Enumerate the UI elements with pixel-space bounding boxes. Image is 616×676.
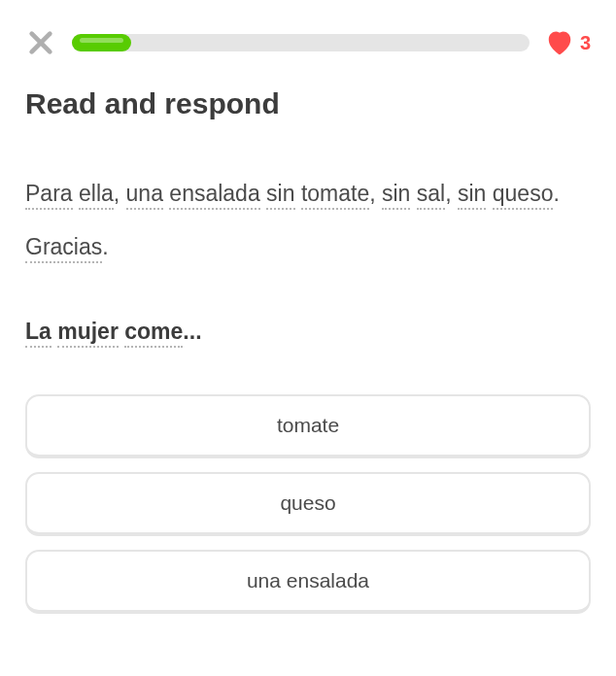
header: 3 xyxy=(25,27,591,58)
hearts[interactable]: 3 xyxy=(545,29,591,56)
tappable-word[interactable]: ella xyxy=(79,181,114,210)
progress-fill xyxy=(72,34,131,51)
hearts-count: 3 xyxy=(580,32,591,54)
tappable-word[interactable]: sal xyxy=(417,181,445,210)
option-button-0[interactable]: tomate xyxy=(25,394,591,458)
instruction-title: Read and respond xyxy=(25,87,591,120)
tappable-word[interactable]: La xyxy=(25,319,51,348)
tappable-word[interactable]: sin xyxy=(382,181,410,210)
tappable-word[interactable]: queso xyxy=(493,181,554,210)
progress-bar xyxy=(72,34,530,51)
tappable-word[interactable]: una xyxy=(126,181,163,210)
options-list: tomate queso una ensalada xyxy=(25,394,591,614)
tappable-word[interactable]: sin xyxy=(458,181,486,210)
heart-icon xyxy=(545,29,574,56)
tappable-word[interactable]: come xyxy=(124,319,183,348)
question-prompt: La mujer come... xyxy=(25,309,591,354)
context-sentence: Para ella, una ensalada sin tomate, sin … xyxy=(25,167,591,274)
tappable-word[interactable]: ensalada xyxy=(169,181,259,210)
close-icon[interactable] xyxy=(25,27,56,58)
option-button-1[interactable]: queso xyxy=(25,472,591,536)
tappable-word[interactable]: sin xyxy=(266,181,294,210)
tappable-word[interactable]: tomate xyxy=(301,181,369,210)
tappable-word[interactable]: Gracias xyxy=(25,234,102,263)
tappable-word[interactable]: mujer xyxy=(57,319,119,348)
tappable-word[interactable]: Para xyxy=(25,181,73,210)
option-button-2[interactable]: una ensalada xyxy=(25,550,591,614)
